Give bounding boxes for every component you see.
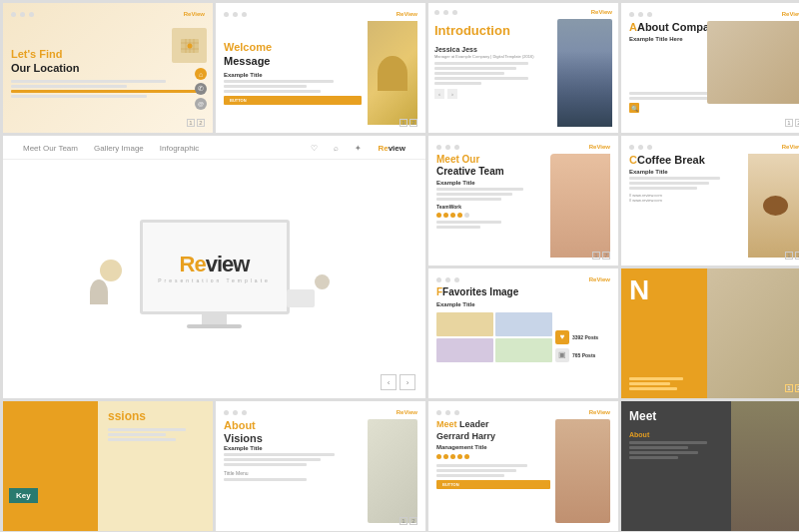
coffee-image [748,154,799,258]
meet-person-image [731,401,799,531]
meet-dark-panel: Meet About [621,401,735,531]
logo-gerrard: ReView [589,409,610,415]
dot1 [11,12,16,17]
search-icon[interactable]: 🔍 [629,103,639,113]
slide-nav[interactable]: ‹ › [381,374,415,390]
mail-icon: @ [198,101,204,107]
n-room-image [707,268,800,398]
slide-sessions[interactable]: ssions Key [3,401,213,531]
settings-icon[interactable]: ✦ [355,144,362,153]
intro-person-image [557,19,612,127]
topbar-favorites: ReView [436,276,610,282]
team-title: Meet Our Creative Team [436,154,545,178]
topbar-gerrard: ReView [436,409,610,415]
slide-location[interactable]: ReView Let's Find Our Location [3,3,213,133]
logo-team: ReView [589,144,610,150]
nav-dots-team: 1 7 [592,252,610,260]
sessions-orange-panel [3,401,98,531]
meet-title: Meet [629,409,727,423]
topbar-coffee: ReView [629,144,799,150]
location-text [11,80,205,98]
rating-bar [436,213,545,218]
welcome-image [368,21,417,125]
visions-menu: Tittle Menu [224,470,363,476]
gerrard-title: Meet Leader Gerrard Harry [436,419,550,442]
monitor-display: Review Presentation Template [130,220,300,334]
welcome-title: Welcome Message [224,41,362,69]
nav-dots-4: 1 2 [785,119,799,127]
svg-point-1 [187,43,192,48]
intro-role: Manager at Example Company | Digital Tem… [434,54,551,59]
visions-example: Example Title [224,445,363,451]
slide-creative-team[interactable]: ReView Meet Our Creative Team Example Ti… [428,136,618,266]
welcome-btn[interactable]: BUTTON [224,96,362,105]
nav-dots-visions: 1 2 [400,517,417,525]
slide-meet-last[interactable]: Meet About [621,401,799,531]
about-label: About [629,431,727,438]
slide-about-company[interactable]: ReView AAbout Company Example Title Here… [621,3,799,133]
welcome-example: Example Title [224,72,362,78]
deco-ball [315,274,330,289]
slide-gerrard[interactable]: ReView Meet Leader Gerrard Harry Managem… [428,401,618,531]
company-room-image [707,21,799,104]
search-icon-main[interactable]: ⌕ [334,144,339,153]
n-text [629,377,697,390]
topbar-visions: ReView [224,409,417,415]
dot3 [29,12,34,17]
fav-count1: 3392 Posts [572,334,598,340]
nav-dots-coffee: 1 7 [785,252,799,260]
slide-visions[interactable]: ReView About Visions Example Title Tittl… [216,401,425,531]
key-badge: Key [9,488,38,503]
monitor-stand [202,314,227,324]
logo-small: ReView [184,11,205,17]
map-icon [180,36,200,56]
deco-pot [90,279,108,304]
team-couple-image [550,154,610,258]
prev-arrow[interactable]: ‹ [381,374,397,390]
nav-dots-n: 1 2 [785,384,799,392]
slide-n-orange[interactable]: N 1 2 [621,268,799,398]
gerrard-rating [436,454,550,459]
dot2 [20,12,25,17]
favorites-stats: ♥ 3392 Posts ▣ 765 Posts [555,301,610,390]
nav-dots-1: 1 2 [187,119,205,127]
tab-meet-team[interactable]: Meet Our Team [23,144,78,153]
logo-fav: ReView [589,276,610,282]
team-word: TeamWork [436,204,545,210]
team-example: Example Title [436,180,545,186]
visions-title: About Visions [224,419,363,445]
logo-small-4: ReView [782,11,799,17]
gerrard-btn[interactable]: BUTTON [436,480,550,489]
gerrard-management: Management Title [436,444,550,450]
slide-favorites[interactable]: ReView FFavorites Image Example Title [428,268,618,398]
deco-keyboard [287,289,315,307]
slide-introduction[interactable]: ReView Introduction Jessica Jess Manager… [428,3,618,133]
logo-visions: ReView [397,409,417,415]
next-arrow[interactable]: › [400,374,415,390]
slide-topbar-4: ReView [629,11,799,17]
favorites-title: FFavorites Image [436,286,610,298]
review-title: Review [158,252,271,277]
slide-welcome[interactable]: ReView Welcome Message Example Title BUT… [216,3,425,133]
coffee-title: CCoffee Break [629,154,743,167]
review-subtitle: Presentation Template [158,277,271,283]
review-tabs[interactable]: Meet Our Team Gallery Image Infographic … [3,144,425,160]
logo-coffee: ReView [782,144,799,150]
sessions-title: ssions [108,409,205,423]
topbar-team: ReView [436,144,610,150]
review-logo-tab: Review [378,144,405,153]
n-letter: N [629,276,649,304]
nav-dots-2: 1 2 [400,119,417,127]
slide-coffee-break[interactable]: ReView CCoffee Break Example Title // ww… [621,136,799,266]
slide-review-main[interactable]: Meet Our Team Gallery Image Infographic … [3,136,425,398]
monitor-screen: Review Presentation Template [140,220,290,314]
intro-name: Jessica Jess [434,46,551,53]
deco-lamp [100,260,122,281]
tab-infographic[interactable]: Infographic [160,144,200,153]
company-icons: 🔍 [629,103,799,113]
fav-example: Example Title [436,301,552,307]
tab-gallery[interactable]: Gallery Image [94,144,144,153]
logo-small-2: ReView [397,11,417,17]
phone-icon: ✆ [198,85,204,93]
heart-icon-fav: ♥ [555,330,569,344]
